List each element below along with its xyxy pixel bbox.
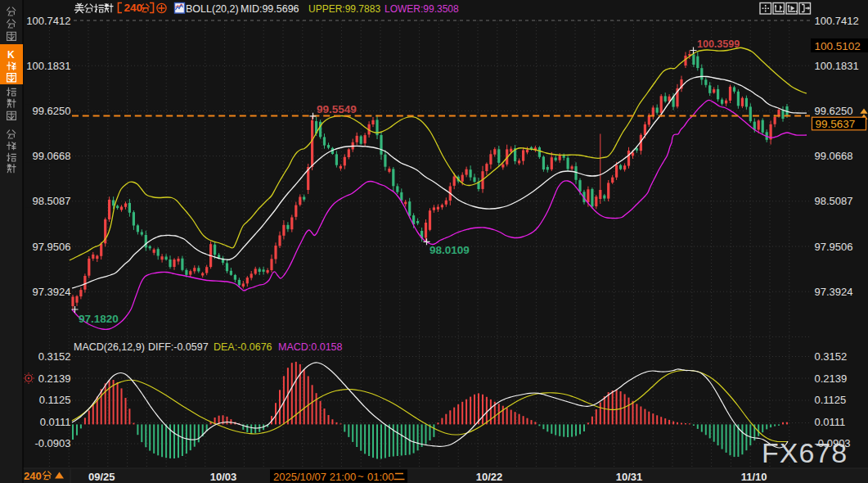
svg-text:UPPER:99.7883: UPPER:99.7883 — [308, 3, 380, 15]
svg-text:MACD:0.0158: MACD:0.0158 — [278, 341, 343, 353]
svg-text:DEA:-0.0676: DEA:-0.0676 — [214, 341, 272, 353]
svg-text:0.2139: 0.2139 — [38, 372, 71, 385]
svg-text:100.5102: 100.5102 — [815, 40, 861, 52]
svg-text:100.1831: 100.1831 — [815, 60, 859, 72]
svg-text:11/10: 11/10 — [741, 471, 767, 483]
svg-text:DIFF:-0.0597: DIFF:-0.0597 — [148, 341, 209, 353]
svg-text:LOWER:99.3508: LOWER:99.3508 — [385, 3, 459, 15]
svg-text:97.9506: 97.9506 — [33, 241, 71, 253]
svg-text:BOLL(20,2): BOLL(20,2) — [186, 3, 239, 15]
svg-text:99.0668: 99.0668 — [815, 150, 853, 162]
svg-text:97.3924: 97.3924 — [815, 286, 853, 298]
svg-text:01:00: 01:00 — [367, 471, 394, 483]
svg-text:99.5637: 99.5637 — [816, 118, 856, 130]
svg-text:0.2139: 0.2139 — [815, 372, 848, 385]
svg-text:~: ~ — [358, 470, 364, 482]
svg-text:10/22: 10/22 — [476, 471, 503, 483]
svg-text:98.0109: 98.0109 — [430, 244, 470, 256]
svg-text:99.6250: 99.6250 — [33, 105, 71, 117]
svg-text:99.6250: 99.6250 — [815, 105, 853, 117]
svg-text:0.0111: 0.0111 — [40, 416, 71, 428]
svg-text:97.1820: 97.1820 — [79, 313, 119, 325]
svg-text:-0.0903: -0.0903 — [34, 437, 70, 449]
svg-text:240: 240 — [124, 2, 143, 14]
svg-text:0.0111: 0.0111 — [815, 416, 846, 428]
svg-text:2025/10/07 21:00: 2025/10/07 21:00 — [273, 471, 356, 483]
svg-text:-0.0903: -0.0903 — [815, 437, 851, 449]
svg-text:10/31: 10/31 — [616, 471, 643, 483]
svg-text:0.3152: 0.3152 — [815, 350, 848, 363]
svg-text:97.3924: 97.3924 — [33, 286, 71, 298]
svg-text:100.3599: 100.3599 — [697, 38, 740, 50]
svg-text:MID:99.5696: MID:99.5696 — [241, 3, 299, 15]
svg-text:0.3152: 0.3152 — [38, 350, 71, 363]
svg-text:09/25: 09/25 — [88, 471, 115, 483]
svg-text:10/03: 10/03 — [210, 471, 237, 483]
svg-text:99.0668: 99.0668 — [33, 150, 71, 162]
svg-text:100.1831: 100.1831 — [26, 60, 70, 72]
svg-text:97.9506: 97.9506 — [815, 241, 853, 253]
svg-text:0.1125: 0.1125 — [815, 394, 847, 406]
svg-text:100.7412: 100.7412 — [26, 15, 70, 27]
svg-text:0.1125: 0.1125 — [39, 394, 71, 406]
svg-text:99.5549: 99.5549 — [317, 103, 357, 115]
svg-text:100.7412: 100.7412 — [815, 15, 859, 27]
svg-text:98.5087: 98.5087 — [815, 195, 853, 207]
svg-text:MACD(26,12,9): MACD(26,12,9) — [74, 341, 145, 353]
svg-text:98.5087: 98.5087 — [33, 195, 71, 207]
svg-text:K: K — [7, 49, 15, 61]
svg-text:240: 240 — [24, 470, 42, 482]
